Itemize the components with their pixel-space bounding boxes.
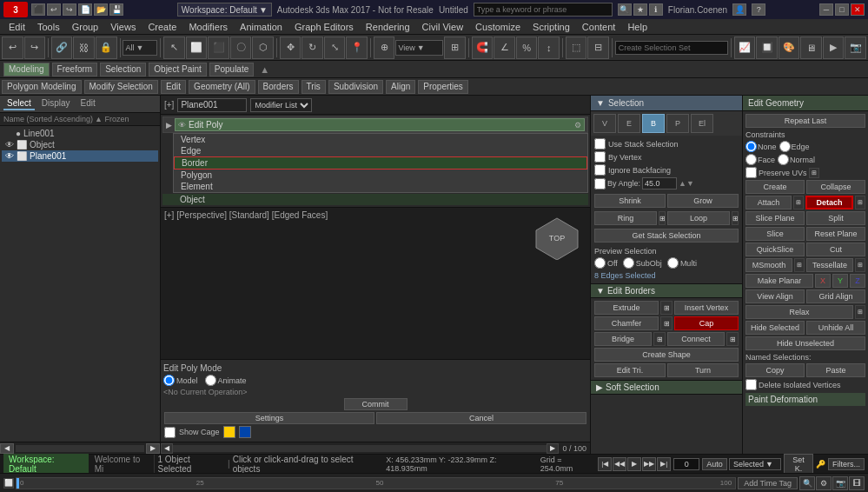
select-paint-btn[interactable]: ⬡ (252, 37, 274, 59)
sel-icon-border[interactable]: B (642, 114, 665, 133)
schematic-btn[interactable]: 🔲 (756, 37, 778, 59)
ring-btn[interactable]: Ring (594, 211, 657, 225)
select-region-btn[interactable]: ⬜ (186, 37, 208, 59)
modify-selection-tab[interactable]: Modify Selection (84, 80, 158, 94)
make-planar-btn[interactable]: Make Planar (745, 274, 813, 288)
info-btn[interactable]: ℹ (649, 3, 663, 16)
object-paint-tab[interactable]: Object Paint (149, 63, 206, 76)
modifier-list-select[interactable]: Modifier List (250, 98, 312, 112)
x-btn[interactable]: X (815, 274, 831, 288)
auto-key-btn[interactable]: Auto (702, 458, 727, 470)
bottom-icon4[interactable]: 🎞 (849, 476, 865, 490)
slice-plane-btn[interactable]: Slice Plane (745, 211, 805, 225)
link-btn[interactable]: 🔗 (51, 37, 73, 59)
shrink-btn[interactable]: Shrink (594, 194, 666, 208)
curve-editor-btn[interactable]: 📈 (734, 37, 756, 59)
none-radio[interactable] (745, 141, 757, 152)
align-btn[interactable]: ⊟ (587, 37, 609, 59)
collapse-btn[interactable]: Collapse (806, 180, 865, 194)
pivot-btn[interactable]: ⊞ (444, 37, 466, 59)
prev-key-btn[interactable]: ◀◀ (613, 457, 626, 471)
open-btn[interactable]: 📂 (94, 3, 108, 16)
menu-animation[interactable]: Animation (235, 19, 288, 34)
select-btn[interactable]: ↖ (163, 37, 185, 59)
help-btn[interactable]: ? (752, 3, 765, 16)
place-btn[interactable]: 📍 (346, 37, 368, 59)
view-align-btn[interactable]: View Align (745, 289, 805, 303)
face-radio[interactable] (745, 154, 757, 165)
modeling-tab[interactable]: Modeling (3, 63, 50, 76)
menu-create[interactable]: Create (142, 19, 182, 34)
maximize-btn[interactable]: □ (835, 3, 849, 16)
hide-selected-btn[interactable]: Hide Selected (745, 321, 805, 335)
redo-btn[interactable]: ↪ (24, 37, 46, 59)
save-btn[interactable]: 💾 (109, 3, 123, 16)
edit-obj-tab[interactable]: Edit (77, 97, 99, 110)
bridge-settings-icon[interactable]: ⊞ (653, 332, 666, 346)
preview-off-radio[interactable] (594, 257, 606, 269)
create-btn[interactable]: Create (745, 180, 805, 194)
object-scrollbar[interactable]: ◀ ▶ (0, 442, 160, 454)
stack-expand-icon[interactable]: ▶ (166, 121, 172, 130)
loop-btn[interactable]: Loop (667, 211, 730, 225)
align-tab[interactable]: Align (386, 80, 415, 94)
repeat-last-btn[interactable]: Repeat Last (745, 114, 865, 128)
filter-dropdown[interactable]: All ▼ (123, 40, 157, 56)
bind-btn[interactable]: 🔒 (96, 37, 117, 59)
user-icon-btn[interactable]: 👤 (732, 3, 746, 16)
paint-deformation-header[interactable]: Paint Deformation (745, 393, 865, 406)
snap-btn[interactable]: 🧲 (472, 37, 494, 59)
preserve-uvs-icon[interactable]: ⊞ (809, 168, 819, 178)
editpoly-options-icon[interactable]: ⚙ (574, 121, 581, 130)
attach-btn[interactable]: Attach (745, 196, 792, 209)
timeline-track[interactable]: 0 25 50 75 100 (16, 477, 736, 489)
turn-btn[interactable]: Turn (667, 363, 739, 377)
tris-tab[interactable]: Tris (301, 80, 326, 94)
cut-btn[interactable]: Cut (806, 243, 865, 256)
menu-modifiers[interactable]: Modifiers (183, 19, 233, 34)
reset-plane-btn[interactable]: Reset Plane (806, 227, 865, 241)
spinner-snap-btn[interactable]: ↕ (538, 37, 560, 59)
edit-tab[interactable]: Edit (161, 80, 186, 94)
prev-frame-btn[interactable]: |◀ (598, 457, 612, 471)
set-key-btn[interactable]: Set K. (784, 454, 813, 475)
delete-isolated-checkbox[interactable] (745, 379, 757, 390)
use-stack-checkbox[interactable] (594, 138, 606, 150)
search-input[interactable] (474, 3, 613, 17)
create-shape-btn[interactable]: Create Shape (594, 348, 739, 362)
next-key-btn[interactable]: ▶▶ (642, 457, 656, 471)
copy-btn[interactable]: Copy (745, 363, 805, 377)
bottom-icon1[interactable]: 🔍 (799, 476, 815, 490)
window-cross-btn[interactable]: ⬛ (208, 37, 229, 59)
detach-btn[interactable]: Detach (805, 196, 853, 209)
normal-radio[interactable] (778, 154, 789, 165)
selected-dropdown[interactable]: Selected ▼ (729, 458, 781, 470)
star-btn[interactable]: ★ (633, 3, 647, 16)
connect-settings-icon[interactable]: ⊞ (726, 332, 739, 346)
extrude-btn[interactable]: Extrude (594, 301, 659, 315)
hscroll-left[interactable]: ◀ (161, 443, 173, 454)
viewport-canvas[interactable]: [+] [Perspective] [Standard] [Edged Face… (161, 208, 590, 442)
timeline-expand-btn[interactable]: ⬜ (3, 478, 14, 489)
render-btn[interactable]: ▶ (823, 37, 845, 59)
insert-vertex-btn[interactable]: Insert Vertex (674, 301, 739, 315)
bridge-btn[interactable]: Bridge (594, 332, 652, 346)
select-tab[interactable]: Select (3, 97, 35, 110)
undo-title-btn[interactable]: ↩ (47, 3, 61, 16)
title-menu-btn[interactable]: ⬛ (31, 3, 45, 16)
sel-icon-element[interactable]: El (691, 114, 713, 133)
object-stack-item[interactable]: Object (162, 194, 588, 205)
cage-color1[interactable] (223, 426, 235, 438)
close-btn[interactable]: ✕ (851, 3, 865, 16)
by-angle-input[interactable] (642, 177, 677, 189)
borders-tab[interactable]: Borders (258, 80, 299, 94)
scroll-left-btn[interactable]: ◀ (0, 443, 14, 454)
paste-btn[interactable]: Paste (806, 363, 865, 377)
bottom-icon3[interactable]: 📷 (832, 476, 848, 490)
preserve-uvs-checkbox[interactable] (745, 167, 757, 178)
subdivision-tab[interactable]: Subdivision (328, 80, 383, 94)
new-btn[interactable]: 📄 (78, 3, 92, 16)
nav-cube[interactable]: TOP (534, 215, 580, 262)
hide-unselected-btn[interactable]: Hide Unselected (745, 336, 865, 350)
mssmooth-btn[interactable]: MSmooth (745, 258, 792, 272)
